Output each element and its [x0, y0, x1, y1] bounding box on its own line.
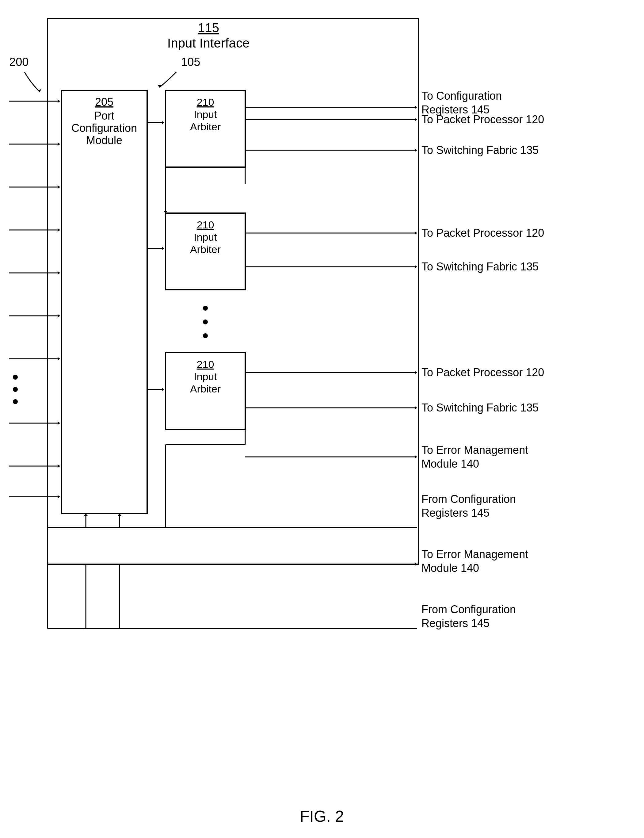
svg-marker-7	[58, 99, 60, 103]
ref-205: 205	[95, 96, 113, 108]
svg-point-61	[203, 306, 208, 311]
svg-text:Arbiter: Arbiter	[190, 243, 221, 255]
svg-text:Configuration: Configuration	[71, 122, 137, 134]
svg-text:Module 140: Module 140	[421, 562, 479, 574]
label-from-config-reg-1: From Configuration	[421, 493, 516, 505]
label-to-error-mgmt-1: To Error Management	[421, 444, 528, 456]
svg-text:Registers 145: Registers 145	[421, 617, 490, 629]
label-to-packet-proc-1: To Packet Processor 120	[421, 113, 544, 126]
svg-text:Module: Module	[86, 134, 122, 146]
fig-label: FIG. 2	[300, 807, 344, 825]
ref-200: 200	[9, 56, 28, 68]
ref-115: 115	[198, 21, 219, 35]
label-to-error-mgmt-2: To Error Management	[421, 548, 528, 560]
svg-point-63	[203, 333, 208, 338]
ref-210-2: 210	[197, 219, 214, 230]
svg-marker-25	[58, 495, 60, 499]
label-to-switching-2: To Switching Fabric 135	[421, 260, 539, 273]
svg-marker-33	[162, 121, 164, 125]
svg-text:Input: Input	[194, 231, 217, 243]
svg-marker-17	[58, 314, 60, 318]
label-port-config: Port	[94, 110, 114, 122]
svg-marker-9	[58, 142, 60, 146]
ref-210-3: 210	[197, 358, 214, 370]
svg-marker-21	[58, 421, 60, 425]
diagram-container: 115 Input Interface 200 105 205 Port Con…	[0, 0, 644, 838]
svg-text:Input: Input	[194, 371, 217, 382]
svg-marker-11	[58, 185, 60, 189]
label-to-switching-1: To Switching Fabric 135	[421, 144, 539, 156]
svg-marker-41	[415, 148, 417, 152]
label-from-config-reg-2: From Configuration	[421, 603, 516, 616]
label-input-interface: Input Interface	[168, 36, 250, 50]
svg-point-27	[13, 387, 18, 392]
svg-marker-70	[415, 371, 417, 375]
svg-point-26	[13, 375, 18, 380]
svg-point-28	[13, 399, 18, 404]
label-to-packet-proc-3: To Packet Processor 120	[421, 366, 544, 379]
ref-105: 105	[181, 56, 200, 68]
svg-text:Registers 145: Registers 145	[421, 506, 490, 519]
svg-marker-56	[415, 265, 417, 269]
svg-marker-54	[415, 231, 417, 235]
label-to-switching-3: To Switching Fabric 135	[421, 401, 539, 414]
svg-point-62	[203, 319, 208, 324]
svg-marker-35	[415, 105, 417, 109]
svg-marker-88	[415, 562, 417, 566]
svg-marker-39	[415, 118, 417, 122]
svg-rect-3	[61, 90, 147, 514]
svg-marker-52	[162, 246, 164, 250]
svg-marker-23	[58, 464, 60, 468]
svg-marker-13	[58, 228, 60, 232]
label-to-packet-proc-2: To Packet Processor 120	[421, 227, 544, 239]
svg-marker-68	[162, 388, 164, 391]
svg-marker-72	[415, 406, 417, 410]
ref-210-1: 210	[197, 96, 214, 108]
svg-marker-15	[58, 271, 60, 275]
svg-text:Arbiter: Arbiter	[190, 121, 221, 133]
svg-text:Arbiter: Arbiter	[190, 383, 221, 394]
svg-marker-19	[58, 357, 60, 361]
svg-marker-77	[415, 455, 417, 459]
svg-text:Input: Input	[194, 108, 217, 120]
svg-text:Module 140: Module 140	[421, 457, 479, 470]
label-to-config-reg: To Configuration	[421, 90, 502, 102]
